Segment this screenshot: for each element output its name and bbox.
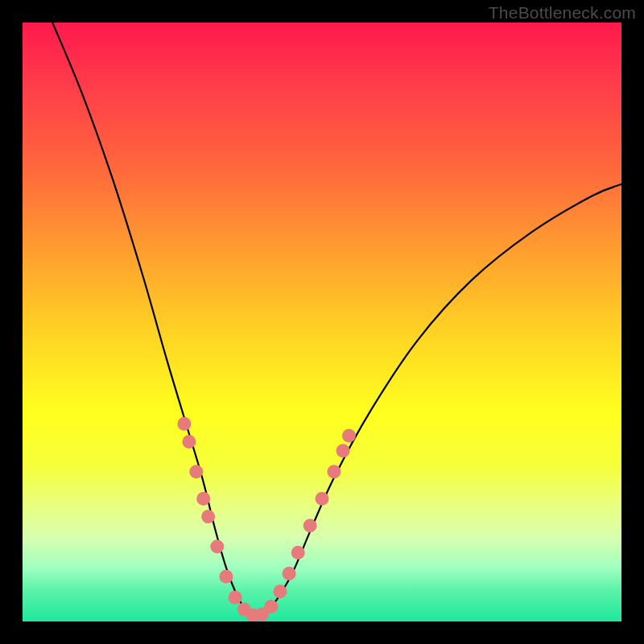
data-dot: [189, 465, 203, 479]
data-dot: [210, 540, 224, 554]
data-dot: [283, 567, 296, 580]
data-dot: [201, 510, 215, 523]
outer-frame: TheBottleneck.com: [0, 0, 644, 644]
data-dot: [316, 492, 329, 506]
data-dot: [264, 600, 278, 613]
data-dot: [273, 584, 287, 598]
data-dot: [336, 444, 350, 457]
plot-area: [23, 23, 621, 621]
watermark-text: TheBottleneck.com: [489, 3, 636, 23]
data-dot: [303, 518, 317, 532]
curve-layer: [52, 23, 621, 617]
bottleneck-curve: [52, 23, 621, 617]
data-dot: [342, 429, 356, 443]
data-dot: [196, 492, 210, 506]
data-dot: [182, 435, 196, 448]
dots-layer: [177, 417, 356, 621]
chart-svg: [23, 23, 621, 621]
data-dot: [177, 417, 191, 431]
data-dot: [291, 546, 305, 559]
data-dot: [327, 465, 341, 479]
data-dot: [229, 591, 242, 605]
data-dot: [219, 570, 233, 584]
